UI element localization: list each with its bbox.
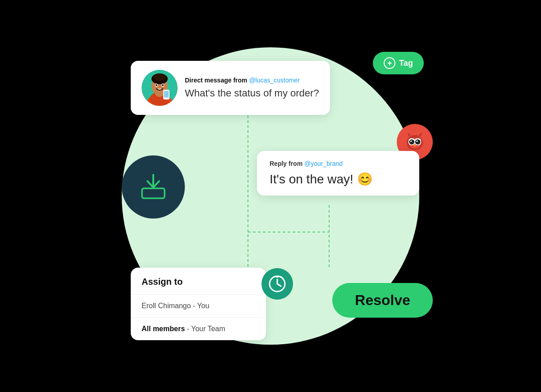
reply-header-bold: Reply from [270,160,303,167]
svg-rect-30 [142,188,165,198]
resolve-label: Resolve [355,292,410,308]
tag-button[interactable]: + Tag [373,52,424,74]
svg-point-24 [410,141,412,142]
reply-header: Reply from @your_brand [270,160,407,167]
svg-rect-16 [164,91,169,97]
svg-point-27 [416,140,420,144]
assign-all-members: All members [142,325,185,333]
dm-username: @lucas_customer [249,77,299,84]
svg-marker-19 [418,132,422,137]
svg-marker-18 [407,132,411,137]
reply-emoji: 😊 [357,172,373,186]
reply-card: Reply from @your_brand It's on the way! … [257,151,419,196]
assign-item-you[interactable]: Eroll Chimango - You [131,295,266,318]
dm-header: Direct message from @lucas_customer [185,77,319,84]
svg-point-13 [156,84,157,86]
svg-point-23 [410,140,413,144]
svg-point-14 [162,84,164,86]
svg-line-34 [277,284,281,286]
svg-point-10 [153,73,166,81]
main-scene: + Tag [68,16,473,376]
assign-team-text: - Your Team [185,325,225,333]
assign-item-you-text: Eroll Chimango - You [142,302,209,310]
dm-card: Direct message from @lucas_customer What… [131,61,330,115]
assign-card: Assign to Eroll Chimango - You All membe… [131,268,266,340]
reply-message: It's on the way! 😊 [270,172,407,187]
assign-title: Assign to [131,268,266,295]
reply-username: @your_brand [304,160,343,167]
dm-content: Direct message from @lucas_customer What… [185,77,319,99]
svg-rect-35 [276,276,279,278]
svg-point-28 [416,141,417,142]
dm-header-bold: Direct message from [185,77,248,84]
dm-message: What's the status of my order? [185,87,319,99]
tag-plus-icon: + [384,57,395,69]
tag-label: Tag [399,59,413,68]
avatar [142,70,178,106]
resolve-button[interactable]: Resolve [332,283,433,318]
inbox-icon [122,155,185,219]
assign-item-team[interactable]: All members - Your Team [131,318,266,340]
clock-icon [261,268,293,300]
